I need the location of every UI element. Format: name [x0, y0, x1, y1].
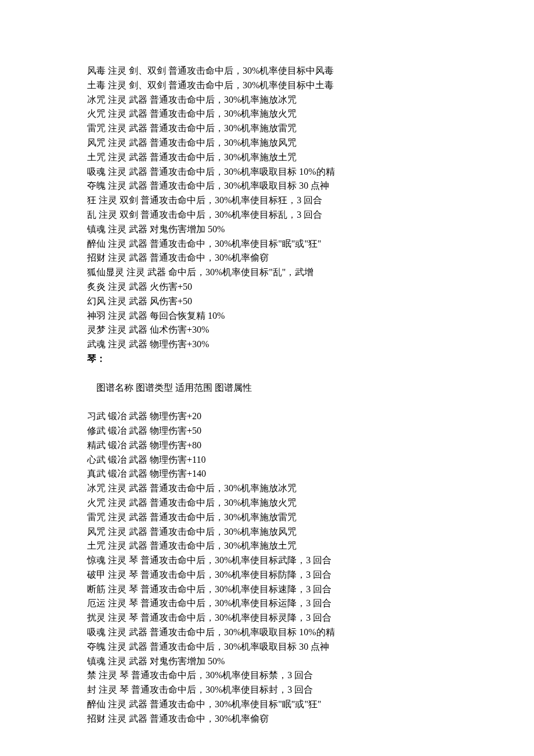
table-row: 醉仙 注灵 武器 普通攻击命中，30%机率使目标"眠"或"狂"	[87, 237, 453, 251]
table-row: 厄运 注灵 琴 普通攻击命中后，30%机率使目标运降，3 回合	[87, 596, 453, 611]
table-row: 土毒 注灵 剑、双剑 普通攻击命中后，30%机率使目标中土毒	[87, 78, 453, 93]
table-row: 土咒 注灵 武器 普通攻击命中后，30%机率施放土咒	[87, 150, 453, 165]
table-row: 破甲 注灵 琴 普通攻击命中后，30%机率使目标防降，3 回合	[87, 568, 453, 582]
table-row: 心武 锻冶 武器 物理伤害+110	[87, 453, 453, 467]
table-row: 风毒 注灵 剑、双剑 普通攻击命中后，30%机率使目标中风毒	[87, 64, 453, 78]
table-row: 风咒 注灵 武器 普通攻击命中后，30%机率施放风咒	[87, 525, 453, 539]
table-row: 冰咒 注灵 武器 普通攻击命中后，30%机率施放冰咒	[87, 481, 453, 496]
table-row: 吸魂 注灵 武器 普通攻击命中后，30%机率吸取目标 10%的精	[87, 625, 453, 640]
section-2-body: 习武 锻冶 武器 物理伤害+20修武 锻冶 武器 物理伤害+50精武 锻冶 武器…	[87, 409, 453, 726]
table-row: 冰咒 注灵 武器 普通攻击命中后，30%机率施放冰咒	[87, 93, 453, 107]
table-row: 雷咒 注灵 武器 普通攻击命中后，30%机率施放雷咒	[87, 121, 453, 136]
table-row: 扰灵 注灵 琴 普通攻击命中后，30%机率使目标灵降，3 回合	[87, 611, 453, 625]
table-row: 火咒 注灵 武器 普通攻击命中后，30%机率施放火咒	[87, 107, 453, 121]
table-row: 风咒 注灵 武器 普通攻击命中后，30%机率施放风咒	[87, 136, 453, 150]
table-row: 禁 注灵 琴 普通攻击命中后，30%机率使目标禁，3 回合	[87, 668, 453, 683]
table-row: 乱 注灵 双剑 普通攻击命中后，30%机率使目标乱，3 回合	[87, 208, 453, 222]
section-2-heading: 琴：	[87, 352, 453, 366]
table-row: 修武 锻冶 武器 物理伤害+50	[87, 424, 453, 438]
table-row: 招财 注灵 武器 普通攻击命中，30%机率偷窃	[87, 712, 453, 726]
table-row: 镇魂 注灵 武器 对鬼伤害增加 50%	[87, 654, 453, 669]
section-2-header: 图谱名称 图谱类型 适用范围 图谱属性	[87, 366, 453, 409]
table-row: 神羽 注灵 武器 每回合恢复精 10%	[87, 309, 453, 323]
table-row: 吸魂 注灵 武器 普通攻击命中后，30%机率吸取目标 10%的精	[87, 165, 453, 179]
table-row: 习武 锻冶 武器 物理伤害+20	[87, 409, 453, 424]
table-row: 炙炎 注灵 武器 火伤害+50	[87, 280, 453, 294]
table-row: 土咒 注灵 武器 普通攻击命中后，30%机率施放土咒	[87, 539, 453, 553]
table-row: 招财 注灵 武器 普通攻击命中，30%机率偷窃	[87, 251, 453, 265]
table-row: 狐仙显灵 注灵 武器 命中后，30%机率使目标"乱"，武增	[87, 265, 453, 280]
table-row: 夺魄 注灵 武器 普通攻击命中后，30%机率吸取目标 30 点神	[87, 179, 453, 193]
table-row: 狂 注灵 双剑 普通攻击命中后，30%机率使目标狂，3 回合	[87, 193, 453, 208]
table-row: 幻风 注灵 武器 风伤害+50	[87, 294, 453, 309]
table-row: 真武 锻冶 武器 物理伤害+140	[87, 467, 453, 481]
col-type: 图谱类型	[136, 383, 173, 393]
table-row: 醉仙 注灵 武器 普通攻击命中，30%机率使目标"眠"或"狂"	[87, 697, 453, 712]
document-page: 风毒 注灵 剑、双剑 普通攻击命中后，30%机率使目标中风毒土毒 注灵 剑、双剑…	[0, 0, 534, 756]
col-scope: 适用范围	[175, 383, 212, 393]
table-row: 火咒 注灵 武器 普通攻击命中后，30%机率施放火咒	[87, 496, 453, 510]
table-row: 灵梦 注灵 武器 仙术伤害+30%	[87, 323, 453, 337]
table-row: 封 注灵 琴 普通攻击命中后，30%机率使目标封，3 回合	[87, 683, 453, 697]
col-name: 图谱名称	[96, 383, 134, 393]
table-row: 武魂 注灵 武器 物理伤害+30%	[87, 337, 453, 352]
table-row: 雷咒 注灵 武器 普通攻击命中后，30%机率施放雷咒	[87, 510, 453, 525]
table-row: 夺魄 注灵 武器 普通攻击命中后，30%机率吸取目标 30 点神	[87, 640, 453, 654]
section-1-body: 风毒 注灵 剑、双剑 普通攻击命中后，30%机率使目标中风毒土毒 注灵 剑、双剑…	[87, 64, 453, 352]
table-row: 断筋 注灵 琴 普通攻击命中后，30%机率使目标速降，3 回合	[87, 582, 453, 597]
table-row: 惊魂 注灵 琴 普通攻击命中后，30%机率使目标武降，3 回合	[87, 553, 453, 568]
col-attr: 图谱属性	[215, 383, 252, 393]
table-row: 镇魂 注灵 武器 对鬼伤害增加 50%	[87, 222, 453, 237]
table-row: 精武 锻冶 武器 物理伤害+80	[87, 438, 453, 453]
